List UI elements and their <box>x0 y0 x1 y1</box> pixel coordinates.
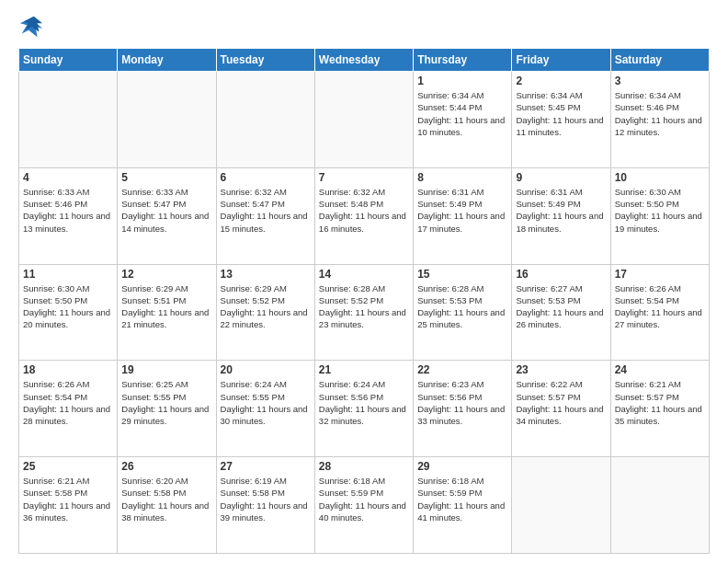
calendar-table: SundayMondayTuesdayWednesdayThursdayFrid… <box>18 48 710 554</box>
weekday-header: Tuesday <box>216 49 314 72</box>
day-number: 2 <box>516 75 606 87</box>
calendar-cell: 9Sunrise: 6:31 AM Sunset: 5:49 PM Daylig… <box>512 167 610 264</box>
calendar-cell: 28Sunrise: 6:18 AM Sunset: 5:59 PM Dayli… <box>314 457 413 554</box>
calendar-cell: 5Sunrise: 6:33 AM Sunset: 5:47 PM Daylig… <box>118 167 216 264</box>
calendar-cell: 26Sunrise: 6:20 AM Sunset: 5:58 PM Dayli… <box>118 457 216 554</box>
day-number: 13 <box>221 268 311 281</box>
day-number: 17 <box>615 268 705 281</box>
calendar-cell <box>19 72 118 168</box>
day-number: 3 <box>615 75 705 87</box>
calendar-cell: 29Sunrise: 6:18 AM Sunset: 5:59 PM Dayli… <box>414 457 512 554</box>
calendar-cell: 10Sunrise: 6:30 AM Sunset: 5:50 PM Dayli… <box>610 167 709 264</box>
calendar-cell: 1Sunrise: 6:34 AM Sunset: 5:44 PM Daylig… <box>414 72 512 168</box>
weekday-header: Wednesday <box>314 49 413 72</box>
day-number: 6 <box>221 171 311 184</box>
calendar-cell: 23Sunrise: 6:22 AM Sunset: 5:57 PM Dayli… <box>512 361 610 457</box>
calendar-cell <box>512 457 610 554</box>
day-info: Sunrise: 6:21 AM Sunset: 5:57 PM Dayligh… <box>615 378 705 427</box>
day-info: Sunrise: 6:32 AM Sunset: 5:48 PM Dayligh… <box>319 186 409 235</box>
calendar-cell: 24Sunrise: 6:21 AM Sunset: 5:57 PM Dayli… <box>610 361 709 457</box>
day-info: Sunrise: 6:23 AM Sunset: 5:56 PM Dayligh… <box>417 378 507 427</box>
day-info: Sunrise: 6:31 AM Sunset: 5:49 PM Dayligh… <box>417 186 507 235</box>
day-info: Sunrise: 6:24 AM Sunset: 5:55 PM Dayligh… <box>221 378 311 427</box>
day-info: Sunrise: 6:25 AM Sunset: 5:55 PM Dayligh… <box>121 378 211 427</box>
day-info: Sunrise: 6:18 AM Sunset: 5:59 PM Dayligh… <box>417 475 507 523</box>
day-number: 26 <box>121 460 211 473</box>
day-number: 15 <box>417 268 507 281</box>
day-info: Sunrise: 6:28 AM Sunset: 5:52 PM Dayligh… <box>319 282 409 331</box>
day-number: 28 <box>319 460 409 473</box>
day-number: 20 <box>221 363 311 376</box>
calendar-cell: 22Sunrise: 6:23 AM Sunset: 5:56 PM Dayli… <box>414 361 512 457</box>
weekday-header: Monday <box>118 49 216 72</box>
day-number: 12 <box>121 268 211 281</box>
day-number: 21 <box>319 363 409 376</box>
day-number: 23 <box>516 363 606 376</box>
day-number: 22 <box>417 363 507 376</box>
calendar-cell: 27Sunrise: 6:19 AM Sunset: 5:58 PM Dayli… <box>216 457 314 554</box>
day-info: Sunrise: 6:19 AM Sunset: 5:58 PM Dayligh… <box>221 475 311 523</box>
day-number: 7 <box>319 171 409 184</box>
calendar-cell: 12Sunrise: 6:29 AM Sunset: 5:51 PM Dayli… <box>118 264 216 361</box>
day-number: 14 <box>319 268 409 281</box>
day-number: 9 <box>516 171 606 184</box>
day-info: Sunrise: 6:29 AM Sunset: 5:52 PM Dayligh… <box>221 282 311 331</box>
day-info: Sunrise: 6:27 AM Sunset: 5:53 PM Dayligh… <box>516 282 606 331</box>
day-number: 16 <box>516 268 606 281</box>
calendar-cell: 3Sunrise: 6:34 AM Sunset: 5:46 PM Daylig… <box>610 72 709 168</box>
day-number: 5 <box>121 171 211 184</box>
day-number: 18 <box>23 363 113 376</box>
day-info: Sunrise: 6:20 AM Sunset: 5:58 PM Dayligh… <box>121 475 211 523</box>
day-number: 8 <box>417 171 507 184</box>
day-number: 25 <box>23 460 113 473</box>
day-info: Sunrise: 6:31 AM Sunset: 5:49 PM Dayligh… <box>516 186 606 235</box>
day-number: 1 <box>417 75 507 87</box>
day-info: Sunrise: 6:18 AM Sunset: 5:59 PM Dayligh… <box>319 475 409 523</box>
day-number: 24 <box>615 363 705 376</box>
calendar-cell: 13Sunrise: 6:29 AM Sunset: 5:52 PM Dayli… <box>216 264 314 361</box>
calendar-cell: 6Sunrise: 6:32 AM Sunset: 5:47 PM Daylig… <box>216 167 314 264</box>
day-info: Sunrise: 6:34 AM Sunset: 5:46 PM Dayligh… <box>615 89 705 138</box>
day-info: Sunrise: 6:29 AM Sunset: 5:51 PM Dayligh… <box>121 282 211 331</box>
logo <box>18 15 48 40</box>
calendar-cell: 2Sunrise: 6:34 AM Sunset: 5:45 PM Daylig… <box>512 72 610 168</box>
calendar-cell <box>216 72 314 168</box>
day-info: Sunrise: 6:24 AM Sunset: 5:56 PM Dayligh… <box>319 378 409 427</box>
day-info: Sunrise: 6:34 AM Sunset: 5:45 PM Dayligh… <box>516 89 606 138</box>
calendar-cell: 17Sunrise: 6:26 AM Sunset: 5:54 PM Dayli… <box>610 264 709 361</box>
day-number: 29 <box>417 460 507 473</box>
weekday-header: Friday <box>512 49 610 72</box>
day-info: Sunrise: 6:33 AM Sunset: 5:46 PM Dayligh… <box>23 186 113 235</box>
calendar-cell: 11Sunrise: 6:30 AM Sunset: 5:50 PM Dayli… <box>19 264 118 361</box>
calendar-cell: 4Sunrise: 6:33 AM Sunset: 5:46 PM Daylig… <box>19 167 118 264</box>
calendar-cell <box>118 72 216 168</box>
day-info: Sunrise: 6:33 AM Sunset: 5:47 PM Dayligh… <box>121 186 211 235</box>
day-info: Sunrise: 6:32 AM Sunset: 5:47 PM Dayligh… <box>221 186 311 235</box>
day-info: Sunrise: 6:30 AM Sunset: 5:50 PM Dayligh… <box>615 186 705 235</box>
day-info: Sunrise: 6:21 AM Sunset: 5:58 PM Dayligh… <box>23 475 113 523</box>
calendar-cell <box>314 72 413 168</box>
calendar-cell: 21Sunrise: 6:24 AM Sunset: 5:56 PM Dayli… <box>314 361 413 457</box>
day-number: 4 <box>23 171 113 184</box>
weekday-header: Saturday <box>610 49 709 72</box>
calendar-cell: 25Sunrise: 6:21 AM Sunset: 5:58 PM Dayli… <box>19 457 118 554</box>
calendar-cell: 20Sunrise: 6:24 AM Sunset: 5:55 PM Dayli… <box>216 361 314 457</box>
day-info: Sunrise: 6:34 AM Sunset: 5:44 PM Dayligh… <box>417 89 507 138</box>
day-number: 10 <box>615 171 705 184</box>
day-number: 19 <box>121 363 211 376</box>
day-info: Sunrise: 6:26 AM Sunset: 5:54 PM Dayligh… <box>615 282 705 331</box>
calendar-cell: 8Sunrise: 6:31 AM Sunset: 5:49 PM Daylig… <box>414 167 512 264</box>
weekday-header: Sunday <box>19 49 118 72</box>
calendar-cell: 16Sunrise: 6:27 AM Sunset: 5:53 PM Dayli… <box>512 264 610 361</box>
weekday-header: Thursday <box>414 49 512 72</box>
calendar-cell: 7Sunrise: 6:32 AM Sunset: 5:48 PM Daylig… <box>314 167 413 264</box>
calendar-cell: 19Sunrise: 6:25 AM Sunset: 5:55 PM Dayli… <box>118 361 216 457</box>
day-info: Sunrise: 6:28 AM Sunset: 5:53 PM Dayligh… <box>417 282 507 331</box>
day-number: 11 <box>23 268 113 281</box>
calendar-cell <box>610 457 709 554</box>
day-info: Sunrise: 6:22 AM Sunset: 5:57 PM Dayligh… <box>516 378 606 427</box>
day-number: 27 <box>221 460 311 473</box>
day-info: Sunrise: 6:30 AM Sunset: 5:50 PM Dayligh… <box>23 282 113 331</box>
logo-icon <box>18 15 44 40</box>
calendar-cell: 18Sunrise: 6:26 AM Sunset: 5:54 PM Dayli… <box>19 361 118 457</box>
